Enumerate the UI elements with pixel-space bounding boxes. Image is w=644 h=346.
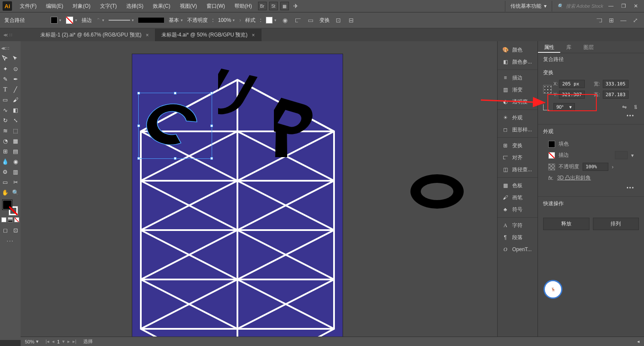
toolbox-collapse[interactable]: ≪ ∷ xyxy=(0,43,10,53)
prefs-icon[interactable]: ⊞ xyxy=(607,16,616,24)
tab-library[interactable]: 库 xyxy=(560,41,577,53)
eyedropper-tool[interactable]: 💧 xyxy=(0,156,10,167)
menu-edit[interactable]: 编辑(E) xyxy=(42,1,67,12)
symbol-sprayer-tool[interactable]: ⚙ xyxy=(0,167,10,177)
arrange-docs-button[interactable]: ▦ xyxy=(280,2,289,10)
shape-builder-tool[interactable]: ◔ xyxy=(0,136,10,146)
eraser-tool[interactable]: ◧ xyxy=(10,105,21,115)
mesh-tool[interactable]: ⊞ xyxy=(0,146,10,156)
fx-3d-link[interactable]: 3D 凸出和斜角 xyxy=(557,174,591,182)
doc-tab-2[interactable]: 未标题-4.ai* @ 50% (RGB/GPU 预览)× xyxy=(155,29,261,41)
menu-effect[interactable]: 效果(C) xyxy=(149,1,175,12)
fill-swatch[interactable]: ▾ xyxy=(51,17,61,24)
zoom-tool[interactable]: 🔍 xyxy=(10,187,21,197)
doc-setup-icon[interactable]: ⫎ xyxy=(595,16,604,24)
stock-button[interactable]: St xyxy=(269,2,278,10)
menu-type[interactable]: 文字(T) xyxy=(96,1,121,12)
window-minimize[interactable]: — xyxy=(608,3,614,9)
tab-layers[interactable]: 图层 xyxy=(577,41,600,53)
workspace-dropdown[interactable]: 传统基本功能▾ xyxy=(505,1,552,12)
slice-tool[interactable]: ✂ xyxy=(10,177,21,187)
align-icon[interactable]: ⫍ xyxy=(294,16,302,24)
var-width[interactable]: ▾ xyxy=(109,18,134,22)
window-close[interactable]: ✕ xyxy=(634,3,638,9)
curvature-tool[interactable]: ✒ xyxy=(10,74,21,84)
pf-icon[interactable]: ⊟ xyxy=(347,16,355,24)
close-icon[interactable]: × xyxy=(146,32,149,38)
panel-align[interactable]: ⫍对齐 xyxy=(498,152,538,164)
h-value[interactable]: 287.183 xyxy=(603,91,629,99)
menu-file[interactable]: 文件(F) xyxy=(15,1,41,12)
menu-window[interactable]: 窗口(W) xyxy=(202,1,229,12)
bridge-button[interactable]: Br xyxy=(258,2,267,10)
panel-swatches[interactable]: ▦色板 xyxy=(498,179,538,191)
panel-graphic-styles[interactable]: ◻图形样... xyxy=(498,124,538,136)
graph-tool[interactable]: ▥ xyxy=(10,167,21,177)
graphic-style[interactable]: ▾ xyxy=(266,17,276,24)
panel-paragraph[interactable]: ¶段落 xyxy=(498,231,538,243)
opacity-value[interactable]: 100%▾ xyxy=(218,17,235,23)
reference-point[interactable] xyxy=(543,85,552,94)
stroke-weight-prop[interactable] xyxy=(615,151,628,159)
menu-view[interactable]: 视图(V) xyxy=(176,1,201,12)
window-restore[interactable]: ❐ xyxy=(621,3,626,9)
stroke-swatch-tool[interactable] xyxy=(9,206,18,215)
panel-color-guide[interactable]: ◧颜色参... xyxy=(498,56,538,68)
panel-opentype[interactable]: OOpenT... xyxy=(498,243,538,255)
close-icon[interactable]: × xyxy=(252,32,255,38)
scale-tool[interactable]: ⤡ xyxy=(10,115,21,125)
edit-toolbar[interactable]: ··· xyxy=(5,235,15,246)
width-tool[interactable]: ≋ xyxy=(0,125,10,136)
menu-help[interactable]: 帮助(H) xyxy=(230,1,256,12)
w-value[interactable]: 333.105 xyxy=(603,80,629,88)
search-adobe-stock[interactable]: 🔍 搜索 Adobe Stock xyxy=(553,1,608,11)
isolate-icon[interactable]: ⊡ xyxy=(334,16,343,24)
shaper-tool[interactable]: ∿ xyxy=(0,105,10,115)
panel-transform[interactable]: ⊞变换 xyxy=(498,140,538,152)
recolor-icon[interactable]: ◉ xyxy=(281,16,289,24)
artboard-nav[interactable]: |◂◂1▾▸▸| xyxy=(46,339,76,344)
line-tool[interactable]: ╱ xyxy=(10,84,21,94)
panel-symbols[interactable]: ♣符号 xyxy=(498,203,538,215)
panel-pathfinder[interactable]: ◫路径查... xyxy=(498,164,538,176)
blend-tool[interactable]: ◉ xyxy=(10,156,21,167)
canvas[interactable] xyxy=(21,41,497,340)
more-icon[interactable]: ⤢ xyxy=(631,16,640,24)
panel-gradient[interactable]: ▥渐变 xyxy=(498,84,538,96)
type-tool[interactable]: T xyxy=(0,84,10,94)
paintbrush-tool[interactable]: 🖌 xyxy=(10,94,21,105)
flip-horizontal[interactable]: ⇋ xyxy=(621,104,628,111)
release-button[interactable]: 释放 xyxy=(543,218,589,230)
selection-bounding-box[interactable] xyxy=(138,93,212,159)
free-transform-tool[interactable]: ⬚ xyxy=(10,125,21,136)
brush-def[interactable]: 基本▾ xyxy=(138,17,183,24)
dash-icon[interactable]: — xyxy=(619,16,628,24)
rectangle-tool[interactable]: ▭ xyxy=(0,94,10,105)
draw-mode-normal[interactable]: ◻ xyxy=(0,225,10,235)
hand-tool[interactable]: ✋ xyxy=(0,187,10,197)
zoom-control[interactable]: 50%▾ xyxy=(25,339,39,344)
panel-appearance[interactable]: ☀外观 xyxy=(498,112,538,124)
menu-select[interactable]: 选择(S) xyxy=(122,1,148,12)
doc-tab-1[interactable]: 未标题-1 (2).ai* @ 66.67% (RGB/GPU 预览)× xyxy=(34,29,155,41)
flip-vertical[interactable]: ⥮ xyxy=(632,104,639,111)
tab-properties[interactable]: 属性 xyxy=(538,41,560,53)
magic-wand-tool[interactable]: ✦ xyxy=(0,64,10,74)
direct-selection-tool[interactable] xyxy=(10,53,21,64)
tabbar-handle[interactable]: ≪∷ xyxy=(0,28,34,41)
gpu-icon[interactable]: ✈ xyxy=(292,2,300,10)
fill-swatch-prop[interactable] xyxy=(548,141,555,148)
arrange-button[interactable]: 排列 xyxy=(593,218,639,230)
lasso-tool[interactable]: ⊙ xyxy=(10,64,21,74)
rotate-tool[interactable]: ↻ xyxy=(0,115,10,125)
selection-tool[interactable] xyxy=(0,53,10,64)
perspective-tool[interactable]: ▦ xyxy=(10,136,21,146)
color-mode-solid[interactable] xyxy=(1,217,6,222)
stroke-swatch[interactable]: ▾ xyxy=(66,16,77,24)
artboard-tool[interactable]: ▭ xyxy=(0,177,10,187)
gradient-tool[interactable]: ▤ xyxy=(10,146,21,156)
scroll-left[interactable]: ◂ xyxy=(637,339,640,344)
panel-brushes[interactable]: 🖌画笔 xyxy=(498,191,538,203)
color-mode-gradient[interactable] xyxy=(8,217,13,222)
opacity-value-prop[interactable]: 100% xyxy=(583,163,608,171)
